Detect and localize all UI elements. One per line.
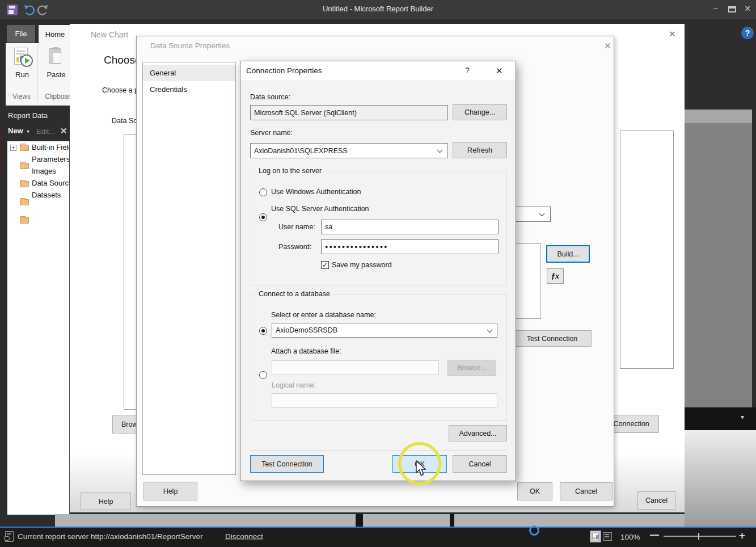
left-edge-strip xyxy=(0,122,2,179)
cp-attach-db-radio[interactable] xyxy=(259,371,267,379)
design-surface-header xyxy=(685,110,752,123)
cp-select-db-label: Select or enter a database name: xyxy=(271,311,376,319)
horizontal-scrollbar[interactable] xyxy=(55,514,685,527)
cp-user-name-field[interactable]: sa xyxy=(321,220,499,234)
ribbon-separator xyxy=(37,45,38,102)
cp-data-source-value: Microsoft SQL Server (SqlClient) xyxy=(254,109,357,117)
dsp-nav-general[interactable]: General xyxy=(143,65,235,81)
wizard-datasource-label: Data So xyxy=(112,117,137,125)
dsp-build-button[interactable]: Build... xyxy=(546,245,590,263)
zoom-out-icon[interactable] xyxy=(650,535,659,536)
cp-user-name-label: User name: xyxy=(278,223,315,231)
zoom-slider-thumb[interactable] xyxy=(698,533,699,540)
cp-user-name-value: sa xyxy=(325,223,332,231)
cp-close-icon[interactable]: ✕ xyxy=(496,66,503,76)
wizard-help-button[interactable]: Help xyxy=(81,493,131,510)
cp-cancel-button[interactable]: Cancel xyxy=(453,455,507,473)
maximize-button[interactable] xyxy=(728,6,736,12)
properties-pane xyxy=(685,430,756,528)
dsp-nav-credentials[interactable]: Credentials xyxy=(143,81,235,98)
cp-password-field[interactable]: ●●●●●●●●●●●●●●● xyxy=(321,239,499,254)
cp-test-connection-button[interactable]: Test Connection xyxy=(250,455,324,473)
cp-save-password-checkbox[interactable]: ✓ xyxy=(321,261,329,269)
new-dropdown-icon[interactable]: ▾ xyxy=(27,128,29,134)
cp-password-value: ●●●●●●●●●●●●●●● xyxy=(325,244,388,250)
paste-button[interactable]: Paste xyxy=(43,47,69,81)
tree-expander-icon[interactable]: + xyxy=(10,145,16,151)
tree-item-images[interactable]: Images xyxy=(32,167,56,175)
report-data-title: Report Data xyxy=(8,111,48,120)
group-views: Views xyxy=(6,92,37,100)
chevron-down-icon xyxy=(437,148,443,153)
cp-save-password-label: Save my password xyxy=(332,261,392,269)
minimize-button[interactable]: – xyxy=(709,3,723,12)
tab-home[interactable]: Home xyxy=(39,25,71,43)
pane-dropdown-icon[interactable]: ▾ xyxy=(741,413,744,421)
cp-windows-auth-radio[interactable] xyxy=(259,188,267,196)
zoom-slider-track[interactable] xyxy=(664,536,736,537)
delete-icon[interactable]: ✕ xyxy=(60,126,67,136)
cp-database-combo[interactable]: AxioDemoSSRSDB xyxy=(272,323,497,338)
cp-logical-name-label: Logical name: xyxy=(272,381,316,389)
report-server-icon xyxy=(5,531,14,542)
cp-help-icon[interactable]: ? xyxy=(465,66,470,75)
cp-database-group-label: Connect to a database xyxy=(256,290,332,298)
cp-refresh-button[interactable]: Refresh xyxy=(453,142,507,158)
paste-clipboard-icon xyxy=(49,48,61,64)
connection-properties-dialog: Connection Properties ? ✕ Data source: M… xyxy=(240,61,516,481)
cp-sql-auth-label: Use SQL Server Authentication xyxy=(271,205,369,213)
wizard-close-icon[interactable]: ✕ xyxy=(669,29,676,39)
cp-server-name-combo[interactable]: AxioDanish01\SQLEXPRESS xyxy=(250,143,448,158)
wizard-cancel-button[interactable]: Cancel xyxy=(637,491,675,510)
chevron-down-icon xyxy=(539,211,545,217)
scrollbar-divider xyxy=(450,514,454,527)
scrollbar-divider xyxy=(356,514,363,527)
folder-icon xyxy=(20,145,29,151)
zoom-in-icon[interactable]: + xyxy=(739,529,749,543)
wizard-right-listbox[interactable] xyxy=(620,131,674,369)
cp-browse-button: Browse... xyxy=(447,360,496,376)
cp-attach-db-field xyxy=(272,360,439,375)
dsp-fx-button[interactable]: ƒx xyxy=(547,268,564,284)
dsp-ok-button[interactable]: OK xyxy=(517,482,552,500)
tab-file[interactable]: File xyxy=(7,25,35,43)
run-view-icon[interactable] xyxy=(603,532,612,541)
cp-data-source-label: Data source: xyxy=(250,93,290,101)
disconnect-link[interactable]: Disconnect xyxy=(225,532,263,541)
design-view-icon[interactable] xyxy=(590,531,601,542)
cp-logical-name-field xyxy=(272,393,497,408)
close-button[interactable]: ✕ xyxy=(741,4,754,13)
dsp-nav-list: General Credentials xyxy=(142,62,236,475)
tree-item-built-in-fields[interactable]: Built-in Fields xyxy=(32,143,70,152)
cp-change-button[interactable]: Change... xyxy=(453,104,507,120)
cp-attach-db-label: Attach a database file: xyxy=(271,347,341,355)
dsp-help-button[interactable]: Help xyxy=(143,482,197,500)
window-title: Untitled - Microsoft Report Builder xyxy=(0,5,756,13)
video-scrubber-knob[interactable] xyxy=(529,525,539,536)
wizard-subheading: Choose a p xyxy=(102,86,138,94)
dsp-test-connection-button[interactable]: Test Connection xyxy=(513,330,592,347)
cp-select-db-radio[interactable] xyxy=(259,327,267,335)
grouping-pane-header: ▾ xyxy=(685,407,756,430)
cp-title: Connection Properties xyxy=(246,66,322,75)
folder-icon xyxy=(20,181,29,187)
tree-item-datasets[interactable]: Datasets xyxy=(32,191,61,199)
help-icon[interactable]: ? xyxy=(741,27,754,39)
edit-button[interactable]: Edit... xyxy=(36,127,55,136)
cp-server-name-value: AxioDanish01\SQLEXPRESS xyxy=(254,147,348,155)
cp-database-value: AxioDemoSSRSDB xyxy=(276,326,337,334)
app-window: Untitled - Microsoft Report Builder – ✕ … xyxy=(0,0,756,547)
tree-item-data-sources[interactable]: Data Sources xyxy=(32,179,70,187)
cp-advanced-button[interactable]: Advanced... xyxy=(449,425,507,441)
tree-item-parameters[interactable]: Parameters xyxy=(32,155,70,163)
cp-sql-auth-radio[interactable] xyxy=(259,213,267,221)
new-button[interactable]: New xyxy=(8,127,23,135)
mouse-cursor xyxy=(416,460,428,477)
dsp-cancel-button[interactable]: Cancel xyxy=(560,482,613,500)
run-button[interactable]: Run xyxy=(10,47,34,81)
dsp-close-icon[interactable]: ✕ xyxy=(604,41,611,51)
dsp-title: Data Source Properties xyxy=(150,41,230,50)
cp-logon-group-label: Log on to the server xyxy=(256,167,324,175)
report-data-tree: + Built-in Fields Parameters Images Data… xyxy=(7,141,70,515)
cp-password-label: Password: xyxy=(278,243,311,251)
